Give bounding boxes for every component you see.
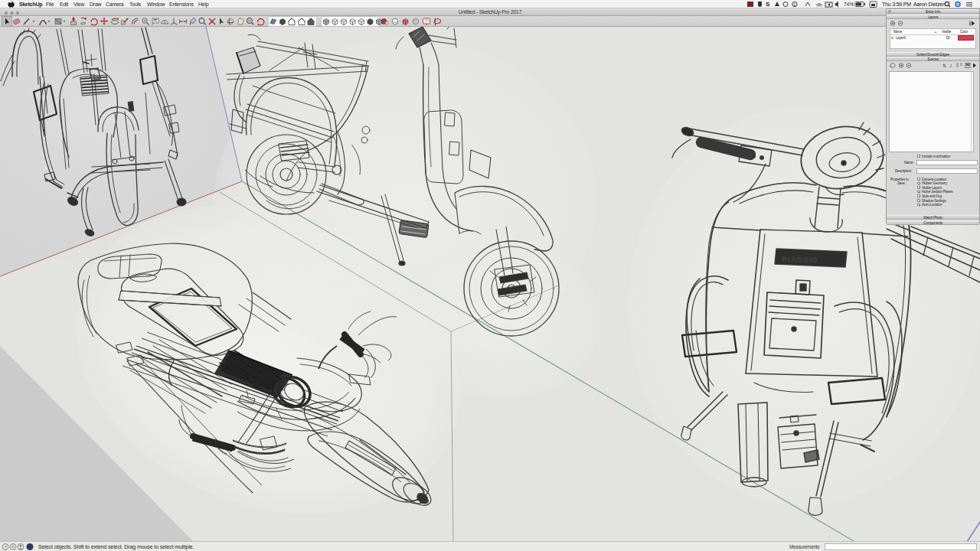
svg-text:Aaron Dietzen: Aaron Dietzen <box>913 2 946 7</box>
svg-text:74%: 74% <box>844 2 854 7</box>
svg-text:PIAGGIO: PIAGGIO <box>782 256 818 264</box>
svg-text:J: J <box>949 64 952 68</box>
svg-text:S: S <box>766 1 770 8</box>
svg-text:⇅: ⇅ <box>942 64 946 68</box>
svg-text:Thu 3:59 PM: Thu 3:59 PM <box>882 2 911 7</box>
svg-text:?: ? <box>4 545 7 549</box>
